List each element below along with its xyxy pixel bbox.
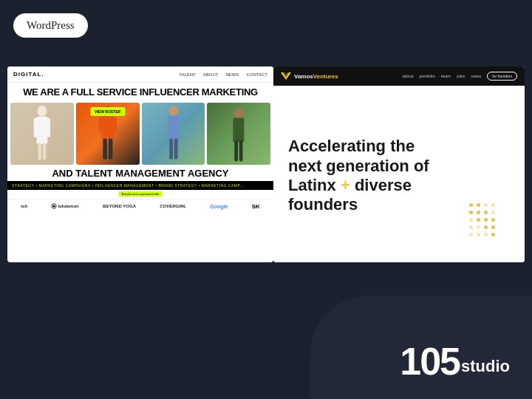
brand-skims: SK	[252, 203, 260, 210]
left-nav: DIGITAL. TALENT ABOUT NEWS CONTACT	[7, 66, 273, 83]
right-nav: VamosVentures about portfolio team jobs …	[273, 66, 525, 86]
left-images-row: VIEW ROSTER	[7, 100, 273, 167]
brand-google: Google	[210, 204, 228, 209]
dot-pattern	[469, 203, 514, 248]
svg-rect-17	[233, 118, 245, 143]
view-roster-btn[interactable]: VIEW ROSTER	[90, 107, 125, 116]
svg-rect-13	[168, 116, 179, 140]
left-hero: WE ARE A FULL SERVICE INFLUENCER MARKETI…	[7, 83, 273, 100]
svg-rect-11	[109, 139, 113, 160]
right-hero-text: Accelerating the next generation of Lati…	[288, 137, 451, 215]
right-hero: Accelerating the next generation of Lati…	[273, 86, 525, 262]
wordpress-label: WordPress	[27, 19, 75, 31]
partners-highlight: Brands we've partnered with	[119, 191, 162, 197]
left-subtitle: AND TALENT MANAGEMENT AGENCY	[7, 167, 273, 180]
left-image-3	[142, 103, 205, 165]
left-image-4	[207, 103, 270, 165]
logo-number: 105	[400, 342, 460, 381]
left-brands-row: tch lululemon BEYOND YOGA COVERGIRL Goog…	[7, 200, 273, 214]
svg-point-16	[234, 109, 244, 118]
left-nav-logo: DIGITAL.	[13, 71, 44, 78]
lululemon-icon	[51, 203, 57, 209]
brand-stitch: tch	[21, 204, 27, 208]
right-nav-links: about portfolio team jobs news for found…	[403, 72, 517, 81]
brand-covergirl: COVERGIRL	[160, 204, 186, 208]
left-ticker: STRATEGY • MARKETING CAMPAIGNS • INFLUEN…	[7, 181, 273, 190]
svg-point-12	[168, 106, 178, 116]
left-nav-about: ABOUT	[203, 72, 219, 77]
left-partners-banner: Brands we've partnered with	[7, 190, 273, 200]
left-website-panel: DIGITAL. TALENT ABOUT NEWS CONTACT WE AR…	[7, 66, 273, 262]
right-nav-logo: VamosVentures	[281, 72, 338, 80]
svg-rect-9	[111, 117, 116, 133]
ticker-text: STRATEGY • MARKETING CAMPAIGNS • INFLUEN…	[12, 183, 244, 188]
svg-rect-2	[34, 118, 39, 137]
left-nav-links: TALENT ABOUT NEWS CONTACT	[179, 72, 267, 77]
right-nav-portfolio: portfolio	[420, 74, 435, 78]
left-hero-title: WE ARE A FULL SERVICE INFLUENCER MARKETI…	[13, 87, 267, 98]
logo-studio: studio	[461, 357, 510, 376]
left-nav-contact: CONTACT	[246, 72, 267, 77]
wordpress-badge: WordPress	[13, 13, 88, 38]
right-nav-logo-text: VamosVentures	[294, 73, 338, 80]
svg-rect-3	[45, 118, 50, 137]
left-nav-talent: TALENT	[179, 72, 196, 77]
bottom-logo: 105studio	[400, 342, 510, 381]
right-website-panel: VamosVentures about portfolio team jobs …	[273, 66, 525, 262]
right-nav-team: team	[441, 74, 451, 78]
brand-beyond-yoga: BEYOND YOGA	[103, 204, 136, 208]
brand-lululemon: lululemon	[51, 203, 78, 209]
left-nav-news: NEWS	[225, 72, 239, 77]
svg-rect-18	[235, 141, 239, 162]
right-nav-news: news	[471, 74, 481, 78]
main-background: WordPress DIGITAL. TALENT ABOUT NEWS CON…	[0, 0, 532, 399]
svg-rect-15	[174, 139, 177, 160]
svg-point-21	[53, 205, 55, 207]
left-image-2: VIEW ROSTER	[76, 103, 140, 165]
svg-rect-14	[169, 139, 173, 160]
svg-rect-8	[98, 117, 103, 133]
right-nav-founders-btn[interactable]: for founders	[487, 72, 517, 81]
svg-rect-10	[103, 139, 107, 160]
svg-rect-5	[43, 143, 47, 160]
right-nav-jobs: jobs	[457, 74, 465, 78]
right-nav-about: about	[403, 74, 414, 78]
vamos-logo-icon	[281, 72, 291, 80]
svg-point-0	[37, 106, 47, 117]
left-image-1	[10, 103, 74, 165]
svg-rect-19	[239, 141, 243, 162]
svg-rect-4	[38, 143, 41, 160]
